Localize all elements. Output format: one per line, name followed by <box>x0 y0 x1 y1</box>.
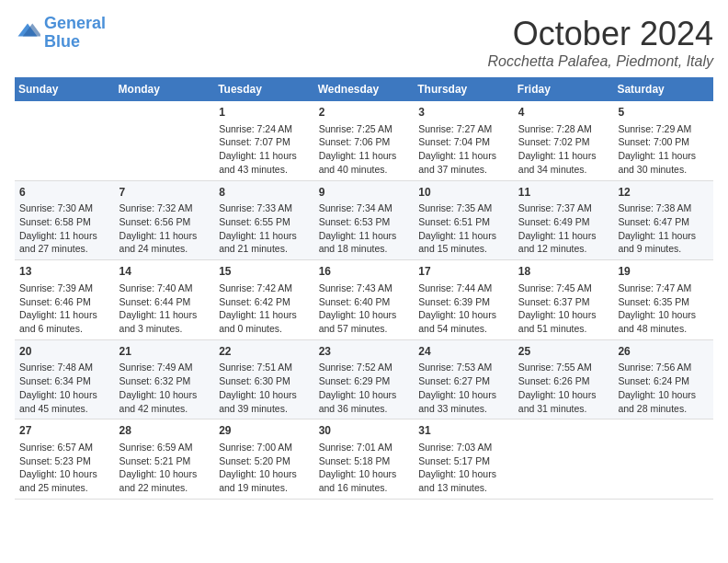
day-info: Daylight: 10 hours and 42 minutes. <box>119 388 210 415</box>
calendar-cell: 24Sunrise: 7:53 AMSunset: 6:27 PMDayligh… <box>414 339 514 419</box>
calendar-cell: 14Sunrise: 7:40 AMSunset: 6:44 PMDayligh… <box>115 260 215 340</box>
day-info: Sunset: 6:49 PM <box>518 215 609 229</box>
day-info: Sunset: 6:55 PM <box>219 215 310 229</box>
day-info: Sunset: 6:44 PM <box>119 295 210 309</box>
calendar-cell: 9Sunrise: 7:34 AMSunset: 6:53 PMDaylight… <box>314 180 415 260</box>
day-number: 24 <box>418 344 509 360</box>
day-info: Sunrise: 7:28 AM <box>518 122 609 136</box>
day-info: Daylight: 11 hours and 27 minutes. <box>19 229 110 256</box>
day-info: Sunset: 6:30 PM <box>219 374 310 388</box>
day-info: Sunset: 7:06 PM <box>319 135 410 149</box>
day-info: Sunrise: 7:29 AM <box>618 122 709 136</box>
day-number: 27 <box>19 423 110 439</box>
day-number: 26 <box>618 344 709 360</box>
day-info: Sunset: 6:39 PM <box>418 295 509 309</box>
day-number: 29 <box>219 423 310 439</box>
day-info: Daylight: 10 hours and 25 minutes. <box>19 467 110 494</box>
calendar-week-4: 20Sunrise: 7:48 AMSunset: 6:34 PMDayligh… <box>15 339 713 419</box>
calendar-cell <box>115 101 215 180</box>
day-info: Sunrise: 7:27 AM <box>418 122 509 136</box>
day-info: Sunset: 7:00 PM <box>618 135 709 149</box>
calendar-week-5: 27Sunrise: 6:57 AMSunset: 5:23 PMDayligh… <box>15 419 713 500</box>
day-info: Sunset: 6:35 PM <box>618 295 709 309</box>
day-info: Sunrise: 7:49 AM <box>119 361 210 374</box>
calendar-cell: 21Sunrise: 7:49 AMSunset: 6:32 PMDayligh… <box>115 339 215 419</box>
day-info: Daylight: 11 hours and 43 minutes. <box>219 149 310 176</box>
calendar-cell: 25Sunrise: 7:55 AMSunset: 6:26 PMDayligh… <box>514 339 614 419</box>
day-info: Sunset: 6:40 PM <box>319 295 410 309</box>
day-info: Daylight: 11 hours and 34 minutes. <box>518 149 609 176</box>
day-number: 3 <box>418 105 509 121</box>
day-info: Sunset: 6:24 PM <box>618 374 709 388</box>
calendar-week-1: 1Sunrise: 7:24 AMSunset: 7:07 PMDaylight… <box>15 101 713 180</box>
day-info: Daylight: 10 hours and 16 minutes. <box>319 467 410 494</box>
day-info: Sunset: 5:20 PM <box>219 454 310 468</box>
day-info: Sunrise: 7:24 AM <box>219 122 310 136</box>
day-info: Sunset: 6:51 PM <box>418 215 509 229</box>
calendar-cell: 3Sunrise: 7:27 AMSunset: 7:04 PMDaylight… <box>414 101 514 180</box>
day-number: 21 <box>119 344 210 360</box>
calendar-week-3: 13Sunrise: 7:39 AMSunset: 6:46 PMDayligh… <box>15 260 713 340</box>
day-number: 31 <box>418 423 509 439</box>
day-info: Sunrise: 7:56 AM <box>618 361 709 374</box>
location: Rocchetta Palafea, Piedmont, Italy <box>488 53 713 70</box>
calendar-cell: 8Sunrise: 7:33 AMSunset: 6:55 PMDaylight… <box>214 180 314 260</box>
day-info: Sunset: 6:42 PM <box>219 295 310 309</box>
day-info: Daylight: 11 hours and 6 minutes. <box>19 308 110 335</box>
calendar-cell: 2Sunrise: 7:25 AMSunset: 7:06 PMDaylight… <box>314 101 415 180</box>
day-info: Daylight: 10 hours and 57 minutes. <box>319 308 410 335</box>
title-area: October 2024 Rocchetta Palafea, Piedmont… <box>488 15 713 70</box>
day-info: Sunset: 6:53 PM <box>319 215 410 229</box>
calendar-cell: 29Sunrise: 7:00 AMSunset: 5:20 PMDayligh… <box>214 419 314 500</box>
header-cell-wednesday: Wednesday <box>314 77 415 101</box>
day-number: 23 <box>319 344 410 360</box>
day-info: Daylight: 10 hours and 19 minutes. <box>219 467 310 494</box>
page-header: General Blue October 2024 Rocchetta Pala… <box>15 15 713 70</box>
day-info: Sunset: 6:29 PM <box>319 374 410 388</box>
calendar-cell: 27Sunrise: 6:57 AMSunset: 5:23 PMDayligh… <box>15 419 115 500</box>
day-info: Sunrise: 7:34 AM <box>319 201 410 215</box>
day-number: 2 <box>319 105 410 121</box>
header-row: SundayMondayTuesdayWednesdayThursdayFrid… <box>15 77 713 101</box>
calendar-cell: 16Sunrise: 7:43 AMSunset: 6:40 PMDayligh… <box>314 260 415 340</box>
calendar-cell: 11Sunrise: 7:37 AMSunset: 6:49 PMDayligh… <box>514 180 614 260</box>
calendar-cell: 26Sunrise: 7:56 AMSunset: 6:24 PMDayligh… <box>613 339 713 419</box>
calendar-cell <box>514 419 614 500</box>
day-info: Sunrise: 7:38 AM <box>618 201 709 215</box>
day-info: Sunrise: 7:30 AM <box>19 201 110 215</box>
day-info: Daylight: 11 hours and 24 minutes. <box>119 229 210 256</box>
day-info: Sunrise: 7:03 AM <box>418 441 509 454</box>
day-number: 22 <box>219 344 310 360</box>
calendar-cell: 13Sunrise: 7:39 AMSunset: 6:46 PMDayligh… <box>15 260 115 340</box>
day-number: 20 <box>19 344 110 360</box>
day-number: 13 <box>19 264 110 280</box>
day-info: Sunrise: 7:48 AM <box>19 361 110 374</box>
calendar-cell <box>613 419 713 500</box>
day-info: Sunset: 5:18 PM <box>319 454 410 468</box>
calendar-header: SundayMondayTuesdayWednesdayThursdayFrid… <box>15 77 713 101</box>
header-cell-thursday: Thursday <box>414 77 514 101</box>
day-number: 1 <box>219 105 310 121</box>
day-info: Daylight: 11 hours and 9 minutes. <box>618 229 709 256</box>
day-info: Sunset: 6:34 PM <box>19 374 110 388</box>
day-info: Sunrise: 7:55 AM <box>518 361 609 374</box>
calendar-cell: 28Sunrise: 6:59 AMSunset: 5:21 PMDayligh… <box>115 419 215 500</box>
day-info: Sunrise: 6:57 AM <box>19 441 110 454</box>
header-cell-friday: Friday <box>514 77 614 101</box>
day-number: 12 <box>618 185 709 201</box>
logo-icon <box>15 20 40 46</box>
header-cell-saturday: Saturday <box>613 77 713 101</box>
day-info: Sunset: 6:26 PM <box>518 374 609 388</box>
calendar-cell: 22Sunrise: 7:51 AMSunset: 6:30 PMDayligh… <box>214 339 314 419</box>
day-number: 17 <box>418 264 509 280</box>
day-info: Sunset: 5:17 PM <box>418 454 509 468</box>
calendar-cell: 17Sunrise: 7:44 AMSunset: 6:39 PMDayligh… <box>414 260 514 340</box>
day-info: Sunrise: 7:33 AM <box>219 201 310 215</box>
day-info: Daylight: 10 hours and 39 minutes. <box>219 388 310 415</box>
day-info: Sunrise: 7:40 AM <box>119 282 210 295</box>
day-info: Sunset: 6:32 PM <box>119 374 210 388</box>
day-info: Daylight: 10 hours and 28 minutes. <box>618 388 709 415</box>
day-info: Sunrise: 7:25 AM <box>319 122 410 136</box>
day-info: Sunrise: 7:45 AM <box>518 282 609 295</box>
day-info: Sunset: 7:04 PM <box>418 135 509 149</box>
